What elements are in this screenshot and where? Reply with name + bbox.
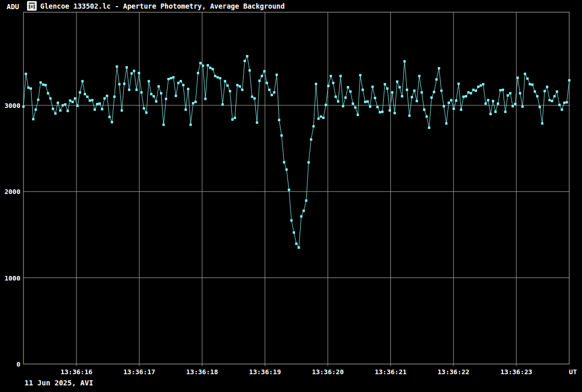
- data-point-marker: [423, 108, 426, 111]
- plot-frame: [23, 12, 569, 364]
- data-point-marker: [143, 107, 145, 110]
- data-point-marker: [165, 98, 168, 100]
- data-point-marker: [300, 215, 303, 218]
- data-point-marker: [315, 83, 318, 86]
- data-point-marker: [359, 74, 362, 76]
- light-curve-window: ADU Glencoe 133502.lc - Aperture Photome…: [0, 0, 582, 392]
- data-point-marker: [231, 119, 234, 121]
- data-point-marker: [121, 109, 123, 112]
- data-point-marker: [268, 89, 271, 91]
- app-icon: [27, 1, 37, 11]
- data-point-marker: [150, 93, 153, 96]
- data-point-marker: [372, 86, 374, 88]
- data-point-marker: [339, 75, 342, 77]
- data-point-marker: [366, 100, 369, 103]
- light-curve-chart: ADU Glencoe 133502.lc - Aperture Photome…: [0, 0, 582, 392]
- data-point-marker: [499, 89, 502, 92]
- data-point-marker: [458, 82, 460, 85]
- data-point-marker: [276, 73, 278, 76]
- data-point-marker: [67, 110, 69, 113]
- y-tick-label: 0: [16, 360, 20, 368]
- data-point-marker: [27, 87, 30, 89]
- data-point-marker: [253, 97, 256, 100]
- data-point-marker: [204, 98, 207, 100]
- data-point-marker: [399, 86, 401, 89]
- data-point-marker: [246, 55, 249, 58]
- data-point-marker: [568, 79, 571, 82]
- data-point-marker: [332, 82, 335, 85]
- data-point-marker: [327, 85, 330, 88]
- x-axis-unit-label: UT: [569, 368, 577, 376]
- data-point-marker: [465, 95, 467, 98]
- data-point-marker: [354, 106, 357, 109]
- data-point-marker: [330, 75, 332, 77]
- data-point-marker: [79, 91, 82, 94]
- data-point-marker: [337, 100, 339, 103]
- data-point-marker: [391, 91, 393, 94]
- x-tick-label: 13:36:16: [61, 368, 93, 376]
- data-point-marker: [271, 94, 273, 96]
- data-point-marker: [64, 103, 67, 106]
- data-point-marker: [497, 102, 499, 105]
- data-point-marker: [96, 103, 98, 105]
- data-point-marker: [472, 89, 475, 91]
- data-point-marker: [280, 134, 283, 137]
- data-point-marker: [431, 96, 433, 99]
- data-point-marker: [133, 70, 136, 72]
- data-point-marker: [136, 89, 138, 91]
- data-point-marker: [426, 116, 428, 118]
- data-point-marker: [25, 73, 28, 75]
- data-point-marker: [42, 83, 44, 86]
- data-point-marker: [241, 89, 244, 91]
- data-point-marker: [244, 60, 246, 62]
- x-tick-label: 13:36:23: [500, 368, 533, 376]
- data-point-marker: [197, 72, 199, 74]
- data-point-marker: [39, 81, 42, 84]
- data-point-marker: [49, 97, 52, 100]
- data-point-marker: [334, 96, 337, 98]
- data-point-marker: [374, 97, 377, 99]
- data-point-marker: [501, 89, 504, 91]
- data-point-marker: [521, 105, 524, 108]
- data-point-marker: [118, 83, 121, 86]
- data-point-marker: [553, 95, 556, 98]
- data-point-marker: [234, 117, 236, 119]
- data-point-marker: [536, 95, 539, 98]
- data-point-marker: [467, 91, 470, 94]
- data-point-marker: [470, 92, 472, 95]
- light-curve-line: [23, 56, 569, 247]
- data-point-marker: [251, 96, 253, 98]
- data-point-marker: [450, 99, 453, 101]
- y-tick-label: 2000: [5, 188, 20, 195]
- light-curve-markers: [22, 55, 571, 249]
- data-point-marker: [219, 77, 222, 79]
- y-tick-label: 1000: [5, 274, 20, 282]
- data-point-marker: [361, 89, 364, 91]
- data-point-marker: [445, 122, 447, 125]
- data-point-marker: [487, 99, 490, 101]
- x-tick-label: 13:36:19: [249, 368, 281, 376]
- data-point-marker: [401, 95, 404, 98]
- x-tick-label: 13:36:17: [123, 368, 155, 376]
- data-point-marker: [307, 161, 310, 164]
- data-point-marker: [519, 92, 521, 95]
- y-tick-label: 3000: [5, 102, 20, 109]
- data-point-marker: [160, 92, 163, 95]
- data-point-marker: [534, 91, 536, 93]
- data-point-marker: [54, 113, 57, 115]
- data-point-marker: [266, 82, 268, 85]
- data-point-marker: [320, 116, 322, 118]
- data-point-marker: [101, 108, 103, 110]
- data-point-marker: [420, 91, 423, 94]
- grid-layer: [23, 12, 569, 366]
- data-point-marker: [116, 65, 118, 68]
- data-point-marker: [524, 73, 526, 75]
- data-point-marker: [529, 83, 532, 86]
- data-point-marker: [74, 97, 76, 100]
- data-point-marker: [563, 102, 566, 104]
- data-point-marker: [138, 72, 140, 74]
- data-point-marker: [211, 68, 214, 70]
- data-point-marker: [312, 125, 315, 128]
- data-point-marker: [539, 106, 541, 108]
- data-point-marker: [406, 89, 408, 91]
